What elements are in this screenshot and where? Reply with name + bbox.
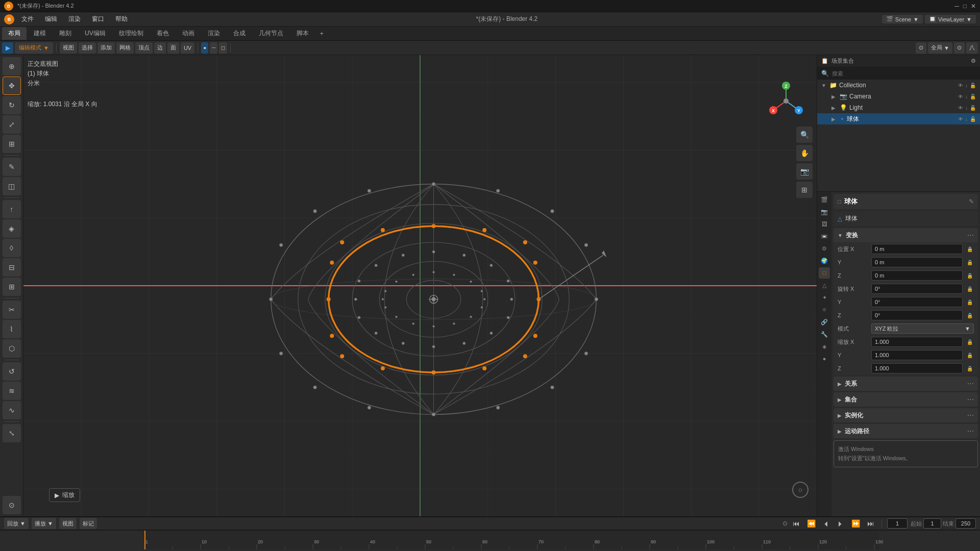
rot-y[interactable]: 0° — [871, 297, 963, 307]
loc-y[interactable]: 0 m — [871, 257, 963, 267]
collection-hide[interactable]: ↓ — [965, 83, 968, 88]
motion-paths-dots[interactable]: ··· — [967, 427, 974, 436]
vertex-menu[interactable]: 顶点 — [135, 42, 153, 54]
rot-y-lock[interactable]: 🔒 — [966, 299, 974, 305]
tab-modeling[interactable]: 建模 — [28, 27, 52, 40]
view-menu[interactable]: 视图 — [60, 42, 77, 54]
relations-header[interactable]: ▶ 关系 ··· — [834, 377, 978, 391]
sphere-hide[interactable]: ↓ — [965, 116, 968, 122]
camera-hide[interactable]: ↓ — [965, 94, 968, 99]
loc-z-lock[interactable]: 🔒 — [966, 273, 974, 279]
rot-z-lock[interactable]: 🔒 — [966, 313, 974, 318]
bisect-tool[interactable]: ⌇ — [3, 320, 21, 338]
props-tab-render[interactable]: 📷 — [819, 206, 830, 217]
menu-render[interactable]: 渲染 — [64, 14, 85, 24]
offset-edge-loop[interactable]: ⊞ — [3, 278, 21, 296]
props-tab-scene[interactable]: 🎬 — [819, 194, 830, 205]
minimize-btn[interactable]: ─ — [954, 3, 959, 10]
settings-btn[interactable]: ⊙ — [3, 496, 21, 514]
outliner-item-camera[interactable]: ▶ 📷 Camera 👁 ↓ 🔓 — [817, 91, 980, 102]
props-tab-scene2[interactable]: ⚙ — [819, 243, 830, 254]
props-tab-world[interactable]: 🌍 — [819, 255, 830, 266]
props-tab-viewlayer[interactable]: 📼 — [819, 231, 830, 242]
scale-x-lock[interactable]: 🔒 — [966, 339, 974, 345]
menu-edit[interactable]: 编辑 — [41, 14, 61, 24]
face-menu[interactable]: 面 — [167, 42, 179, 54]
current-frame-input[interactable]: 1 — [887, 518, 908, 529]
props-tab-physics[interactable]: ⚛ — [819, 304, 830, 315]
rotate-tool[interactable]: ↻ — [3, 96, 21, 114]
collection-lock[interactable]: 🔓 — [970, 83, 976, 88]
scale-z[interactable]: 1.000 — [871, 363, 963, 373]
playback-menu2[interactable]: 播放 ▼ — [32, 518, 56, 529]
grid-gizmo[interactable]: ⊞ — [796, 182, 813, 198]
play-forward[interactable]: ⏵ — [835, 518, 846, 529]
face-select-mode[interactable]: ◻ — [219, 42, 227, 54]
loc-x-lock[interactable]: 🔒 — [966, 246, 974, 252]
step-back[interactable]: ⏪ — [805, 518, 818, 529]
sphere-eye[interactable]: 👁 — [958, 116, 963, 122]
rot-z[interactable]: 0° — [871, 310, 963, 320]
edge-menu[interactable]: 边 — [154, 42, 166, 54]
scale-y-lock[interactable]: 🔒 — [966, 353, 974, 358]
close-btn[interactable]: ✕ — [971, 3, 976, 10]
tab-sculpt[interactable]: 雕刻 — [53, 27, 78, 40]
props-tab-constraints[interactable]: 🔗 — [819, 316, 830, 328]
props-tab-particles[interactable]: ✦ — [819, 292, 830, 303]
props-tab-output[interactable]: 🖼 — [819, 218, 830, 230]
view-layer-select[interactable]: 🔲 ViewLayer ▼ — [925, 15, 976, 23]
end-frame-input[interactable]: 250 — [955, 518, 976, 529]
camera-gizmo[interactable]: 📷 — [796, 163, 813, 180]
camera-eye[interactable]: 👁 — [958, 94, 963, 99]
marker-btn[interactable]: 标记 — [80, 518, 97, 529]
pan-gizmo[interactable]: ✋ — [796, 145, 813, 161]
transform-header[interactable]: ▼ 变换 ··· — [834, 228, 978, 242]
menu-file[interactable]: 文件 — [17, 14, 38, 24]
tab-compositing[interactable]: 合成 — [227, 27, 252, 40]
tab-rendering[interactable]: 渲染 — [202, 27, 226, 40]
scale-tool[interactable]: ⤢ — [3, 115, 21, 134]
uv-menu[interactable]: UV — [181, 42, 194, 54]
proportional-edit-btn[interactable]: 全局 ▼ — [928, 42, 952, 54]
scene-select[interactable]: 🎬 Scene ▼ — [882, 15, 923, 23]
jump-end[interactable]: ⏭ — [865, 518, 876, 529]
select-menu[interactable]: 选择 — [79, 42, 96, 54]
loc-y-lock[interactable]: 🔒 — [966, 260, 974, 265]
timeline-ruler[interactable]: 1 10 20 30 40 50 60 70 80 — [0, 530, 980, 551]
smooth-tool[interactable]: ≋ — [3, 382, 21, 400]
inset-tool[interactable]: ◈ — [3, 219, 21, 238]
props-tab-mesh[interactable]: △ — [819, 280, 830, 291]
light-eye[interactable]: 👁 — [958, 105, 963, 111]
menu-help[interactable]: 帮助 — [111, 14, 132, 24]
jump-start[interactable]: ⏮ — [791, 518, 802, 529]
blender-logo-menu[interactable]: B — [4, 14, 14, 24]
mode-selector[interactable]: 编辑模式 ▼ — [15, 42, 53, 54]
tab-texture-paint[interactable]: 纹理绘制 — [113, 27, 150, 40]
edge-select-mode[interactable]: ─ — [210, 42, 217, 54]
scale-z-lock[interactable]: 🔒 — [966, 366, 974, 371]
transform-tool[interactable]: ⊞ — [3, 135, 21, 153]
bevel-tool[interactable]: ◊ — [3, 239, 21, 257]
loop-cut-tool[interactable]: ⊟ — [3, 258, 21, 277]
search-input[interactable] — [832, 70, 976, 77]
move-tool[interactable]: ✥ — [3, 77, 21, 95]
collection-eye[interactable]: 👁 — [958, 83, 963, 88]
instancing-header[interactable]: ▶ 实例化 ··· — [834, 408, 978, 422]
edge-slide-tool[interactable]: ⤡ — [3, 424, 21, 442]
annotate-tool[interactable]: ✎ — [3, 158, 21, 176]
loc-x[interactable]: 0 m — [871, 244, 963, 254]
instancing-dots[interactable]: ··· — [967, 411, 974, 420]
rot-x-lock[interactable]: 🔒 — [966, 286, 974, 292]
light-lock[interactable]: 🔓 — [970, 105, 976, 111]
collections-header[interactable]: ▶ 集合 ··· — [834, 392, 978, 407]
scale-y[interactable]: 1.000 — [871, 350, 963, 360]
outliner-item-sphere[interactable]: ▶ ⚬ 球体 👁 ↓ 🔓 — [817, 113, 980, 124]
tab-scripting[interactable]: 脚本 — [290, 27, 315, 40]
maximize-btn[interactable]: □ — [963, 3, 967, 10]
transform-pivot[interactable]: ⊙ — [954, 42, 965, 54]
step-forward[interactable]: ⏩ — [849, 518, 862, 529]
props-tab-object[interactable]: □ — [819, 267, 830, 279]
props-tab-modifiers[interactable]: 🔧 — [819, 329, 830, 340]
cursor-tool[interactable]: ⊕ — [3, 57, 21, 76]
tab-animation[interactable]: 动画 — [176, 27, 201, 40]
